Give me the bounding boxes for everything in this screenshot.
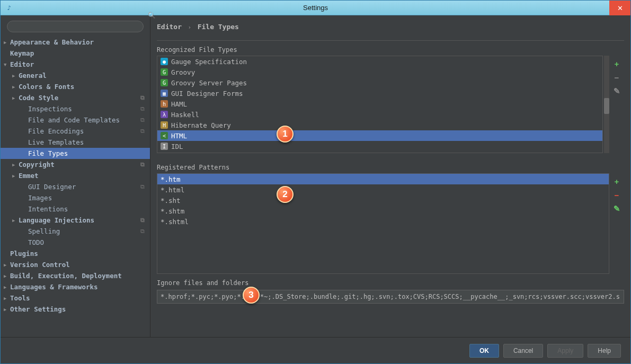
tree-item[interactable]: Keymap <box>1 48 150 59</box>
tree-item[interactable]: Inspections⧉ <box>1 103 150 114</box>
tree-item-label: Spelling <box>28 227 60 235</box>
filetype-row[interactable]: hHAML <box>157 99 602 109</box>
tree-item[interactable]: ▶Languages & Frameworks <box>1 281 150 292</box>
filetype-icon: λ <box>161 111 168 118</box>
tree-item-label: File Encodings <box>28 127 84 135</box>
tree-arrow-icon: ▶ <box>4 285 6 290</box>
tree-item[interactable]: Intentions <box>1 203 150 215</box>
filetype-row[interactable]: HHibernate Query <box>157 120 602 130</box>
add-pattern-button[interactable]: + <box>612 176 621 186</box>
breadcrumb-parent: Editor <box>157 23 182 31</box>
settings-tree[interactable]: ▶Appearance & BehaviorKeymap▼Editor▶Gene… <box>1 37 150 337</box>
pattern-row[interactable]: *.htm <box>157 174 609 184</box>
tree-item-label: Images <box>28 194 52 202</box>
help-button[interactable]: Help <box>588 344 621 358</box>
filetype-label: HTML <box>171 132 187 140</box>
patterns-list[interactable]: *.htm*.html*.sht*.shtm*.shtml <box>157 173 609 274</box>
pattern-row[interactable]: *.html <box>157 184 609 195</box>
tree-item-label: Emmet <box>19 172 39 180</box>
patterns-label: Registered Patterns <box>157 161 624 173</box>
tree-item[interactable]: Images <box>1 192 150 203</box>
filetype-row[interactable]: ●Gauge Specification <box>157 56 602 67</box>
filetype-row[interactable]: ▦GUI Designer Forms <box>157 88 602 99</box>
pattern-label: *.html <box>161 186 184 194</box>
add-filetype-button[interactable]: + <box>612 59 621 68</box>
tree-item[interactable]: ▶Language Injections⧉ <box>1 215 150 226</box>
tree-item[interactable]: Live Templates <box>1 137 150 148</box>
profile-icon: ⧉ <box>140 217 145 224</box>
apply-button[interactable]: Apply <box>547 344 583 358</box>
close-button[interactable]: ✕ <box>609 1 630 15</box>
pattern-row[interactable]: *.shtm <box>157 206 609 216</box>
edit-pattern-button[interactable]: ✎ <box>612 204 621 214</box>
tree-item-label: File Types <box>28 149 68 157</box>
filetype-row[interactable]: λHaskell <box>157 109 602 120</box>
filetype-icon: < <box>161 132 168 139</box>
tree-item[interactable]: ▶Code Style⧉ <box>1 92 150 103</box>
tree-item[interactable]: ▼Editor <box>1 59 150 70</box>
pattern-row[interactable]: *.shtml <box>157 216 609 227</box>
tree-item[interactable]: ▶General <box>1 70 150 81</box>
filetype-row[interactable]: IIDL <box>157 141 602 152</box>
tree-item[interactable]: File Types <box>1 148 150 159</box>
patterns-toolbox: + − ✎ <box>609 173 624 274</box>
tree-item-label: Version Control <box>10 261 70 269</box>
filetype-row[interactable]: GGroovy Server Pages <box>157 77 602 88</box>
tree-item[interactable]: ▶Other Settings <box>1 304 150 315</box>
pattern-row[interactable]: *.sht <box>157 195 609 206</box>
callout-2: 2 <box>277 186 294 203</box>
filetypes-label: Recognized File Types <box>157 43 624 56</box>
dialog-footer: OK Cancel Apply Help <box>1 337 630 363</box>
tree-item-label: GUI Designer <box>28 183 76 191</box>
breadcrumb-current: File Types <box>198 23 239 31</box>
pattern-label: *.htm <box>161 175 181 183</box>
tree-item[interactable]: File Encodings⧉ <box>1 126 150 137</box>
filetypes-scrollbar[interactable] <box>604 56 609 153</box>
tree-item[interactable]: ▶Tools <box>1 292 150 304</box>
tree-item[interactable]: File and Code Templates⧉ <box>1 114 150 126</box>
profile-icon: ⧉ <box>140 105 145 112</box>
tree-arrow-icon: ▶ <box>12 84 15 90</box>
tree-item[interactable]: ▶Build, Execution, Deployment <box>1 270 150 281</box>
tree-item[interactable]: ▶Copyright⧉ <box>1 159 150 170</box>
filetype-row[interactable]: <HTML <box>157 130 602 141</box>
tree-arrow-icon: ▶ <box>4 296 6 301</box>
tree-item-label: TODO <box>28 238 44 246</box>
callout-3: 3 <box>243 287 260 304</box>
ignore-input[interactable] <box>157 290 624 304</box>
tree-arrow-icon: ▼ <box>4 62 6 67</box>
tree-item[interactable]: Spelling⧉ <box>1 226 150 237</box>
tree-item[interactable]: ▶Version Control <box>1 259 150 270</box>
tree-item[interactable]: Plugins <box>1 248 150 259</box>
edit-filetype-button[interactable]: ✎ <box>612 86 621 96</box>
profile-icon: ⧉ <box>140 161 145 168</box>
tree-arrow-icon: ▶ <box>4 262 6 268</box>
cancel-button[interactable]: Cancel <box>503 344 543 358</box>
profile-icon: ⧉ <box>140 183 145 190</box>
ok-button[interactable]: OK <box>469 344 499 358</box>
scrollbar-thumb[interactable] <box>604 98 609 114</box>
tree-item-label: Build, Execution, Deployment <box>10 272 122 280</box>
profile-icon: ⧉ <box>140 94 145 101</box>
app-logo: ♪ <box>4 3 14 13</box>
tree-item[interactable]: GUI Designer⧉ <box>1 181 150 192</box>
remove-pattern-button[interactable]: − <box>612 190 621 200</box>
tree-item[interactable]: ▶Colors & Fonts <box>1 81 150 92</box>
filetype-row[interactable]: GGroovy <box>157 67 602 77</box>
tree-item[interactable]: ▶Emmet <box>1 170 150 181</box>
filetype-label: Haskell <box>171 111 199 119</box>
search-input[interactable] <box>7 21 144 32</box>
tree-item-label: Plugins <box>10 250 38 258</box>
filetype-label: Gauge Specification <box>171 58 247 66</box>
callout-1: 1 <box>277 126 294 143</box>
remove-filetype-button[interactable]: − <box>612 73 621 82</box>
pattern-label: *.sht <box>161 197 181 205</box>
filetype-label: Groovy Server Pages <box>171 79 247 87</box>
tree-item[interactable]: TODO <box>1 237 150 248</box>
main-panel: Editor › File Types Recognized File Type… <box>150 15 630 337</box>
tree-item-label: File and Code Templates <box>28 116 120 124</box>
filetypes-list[interactable]: ●Gauge SpecificationGGroovyGGroovy Serve… <box>157 56 603 153</box>
breadcrumb: Editor › File Types <box>157 15 624 36</box>
tree-item[interactable]: ▶Appearance & Behavior <box>1 37 150 48</box>
filetype-icon: h <box>161 100 168 108</box>
